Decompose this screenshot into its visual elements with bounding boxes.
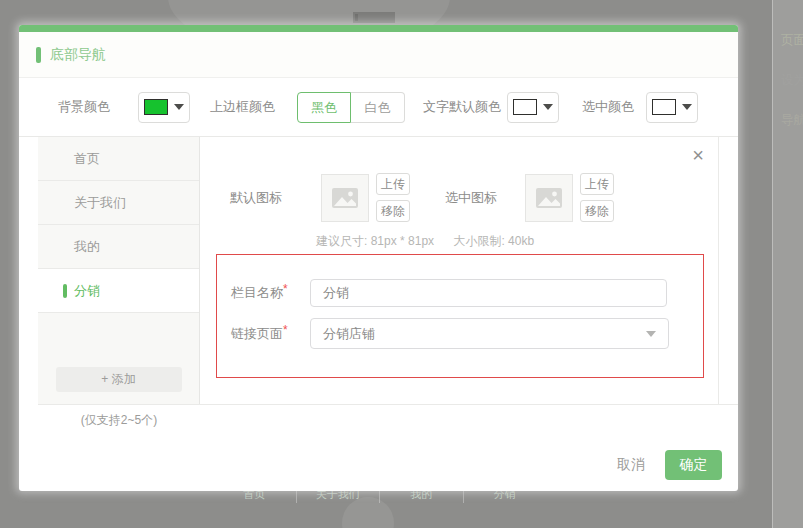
chevron-down-icon (174, 104, 184, 110)
background-color-label: 背景颜色 (58, 98, 110, 116)
link-page-label: 链接页面* (231, 325, 310, 343)
required-asterisk: * (283, 282, 288, 296)
required-fields-highlight-box: 栏目名称* 链接页面* 分销店铺 (216, 254, 704, 378)
nav-item-editor-panel: × 默认图标 上传 移除 选中图标 (200, 137, 719, 404)
dimmed-section-title (353, 12, 395, 23)
text-default-color-picker[interactable] (507, 92, 559, 123)
selected-icon-upload-button[interactable]: 上传 (580, 173, 614, 195)
default-icon-actions: 上传 移除 (376, 173, 410, 222)
image-placeholder-icon (536, 188, 562, 208)
border-color-segment: 黑色 白色 (297, 92, 405, 123)
dialog-body: 首页 关于我们 我的 分销 + 添加 × 默认图标 (38, 137, 738, 405)
selected-icon-actions: 上传 移除 (580, 173, 614, 222)
selected-color-picker[interactable] (646, 92, 698, 123)
column-name-input[interactable] (310, 279, 667, 307)
column-name-label-text: 栏目名称 (231, 285, 283, 300)
default-icon-label: 默认图标 (230, 189, 282, 207)
bottom-nav-settings-dialog: 底部导航 背景颜色 上边框颜色 黑色 白色 文字默认颜色 选中颜色 首页 关于我… (19, 25, 738, 491)
right-panel-item-nav: 导航 (773, 112, 803, 152)
sidebar-tab-about[interactable]: 关于我们 (38, 181, 199, 225)
sidebar-tab-home[interactable]: 首页 (38, 137, 199, 181)
right-panel-item-page: 页面 (773, 32, 803, 72)
border-black-button[interactable]: 黑色 (297, 92, 351, 123)
link-page-label-text: 链接页面 (231, 326, 283, 341)
cancel-button[interactable]: 取消 (617, 456, 645, 474)
required-asterisk: * (283, 323, 288, 337)
title-accent-bar (36, 47, 41, 63)
selected-color-swatch (652, 99, 676, 115)
right-panel-item-set: 设为 (773, 72, 803, 112)
link-page-select[interactable]: 分销店铺 (310, 318, 669, 349)
text-default-color-swatch (513, 99, 537, 115)
nav-items-sidebar: 首页 关于我们 我的 分销 + 添加 (38, 137, 200, 404)
border-white-button[interactable]: 白色 (351, 92, 405, 123)
dialog-header: 底部导航 (19, 32, 738, 78)
sidebar-tab-distribution[interactable]: 分销 (38, 269, 199, 313)
dialog-accent-topbar (19, 25, 738, 32)
active-tab-marker (63, 284, 67, 298)
default-icon-upload-button[interactable]: 上传 (376, 173, 410, 195)
icon-upload-row: 默认图标 上传 移除 选中图标 (200, 137, 718, 222)
color-settings-row: 背景颜色 上边框颜色 黑色 白色 文字默认颜色 选中颜色 (19, 78, 738, 137)
dialog-title: 底部导航 (50, 46, 106, 64)
link-page-selected-value: 分销店铺 (323, 325, 646, 343)
image-placeholder-icon (332, 188, 358, 208)
selected-icon-label: 选中图标 (445, 189, 497, 207)
link-field-row: 链接页面* 分销店铺 (231, 318, 703, 349)
confirm-button[interactable]: 确定 (665, 450, 722, 480)
close-icon[interactable]: × (692, 145, 704, 165)
column-name-label: 栏目名称* (231, 284, 310, 302)
select-caret-icon (646, 331, 656, 337)
chevron-down-icon (543, 104, 553, 110)
limit-hint-text: 大小限制: 40kb (453, 234, 534, 248)
background-color-swatch (144, 99, 168, 115)
icon-size-hint: 建议尺寸: 81px * 81px 大小限制: 40kb (316, 233, 718, 250)
background-color-picker[interactable] (138, 92, 190, 123)
add-nav-item-button[interactable]: + 添加 (56, 367, 182, 392)
size-hint-text: 建议尺寸: 81px * 81px (316, 234, 434, 248)
selected-color-label: 选中颜色 (582, 98, 634, 116)
selected-icon-remove-button[interactable]: 移除 (580, 200, 614, 222)
default-icon-remove-button[interactable]: 移除 (376, 200, 410, 222)
name-field-row: 栏目名称* (231, 279, 703, 307)
dialog-footer: 取消 确定 (19, 439, 738, 491)
sidebar-tab-mine[interactable]: 我的 (38, 225, 199, 269)
text-default-color-label: 文字默认颜色 (423, 98, 501, 116)
selected-icon-preview[interactable] (525, 174, 573, 222)
dimmed-right-settings-panel: 页面 设为 导航 (772, 0, 803, 528)
chevron-down-icon (682, 104, 692, 110)
sidebar-tab-label: 分销 (74, 282, 100, 300)
tab-count-support-note: (仅支持2~5个) (38, 412, 200, 429)
top-border-color-label: 上边框颜色 (210, 98, 275, 116)
default-icon-preview[interactable] (321, 174, 369, 222)
